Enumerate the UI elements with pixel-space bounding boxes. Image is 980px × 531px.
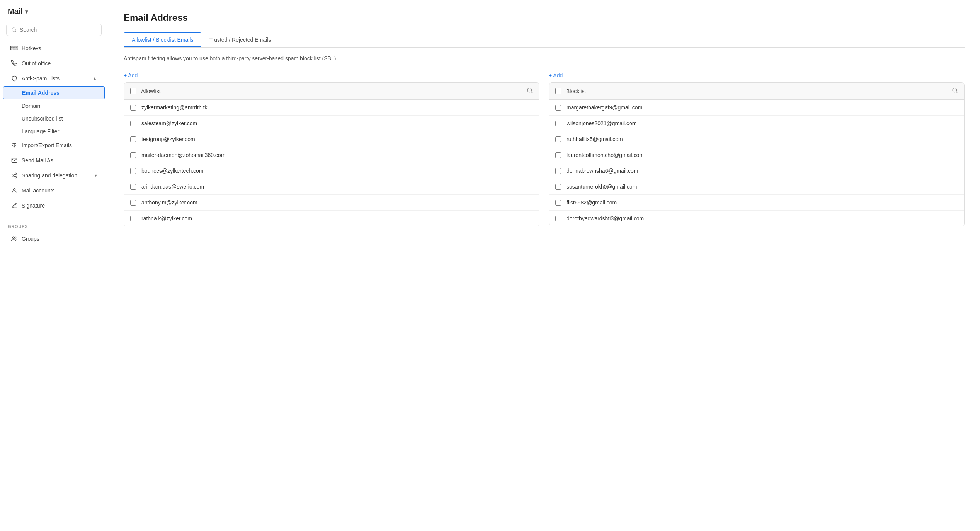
tab-trusted-rejected[interactable]: Trusted / Rejected Emails <box>201 32 279 47</box>
blocklist-item-checkbox-1[interactable] <box>555 121 561 126</box>
blocklist-item-checkbox-3[interactable] <box>555 152 561 158</box>
sidebar-item-language-filter[interactable]: Language Filter <box>3 125 105 138</box>
sidebar-item-signature[interactable]: Signature <box>3 198 105 213</box>
sidebar-item-sharing[interactable]: Sharing and delegation ▾ <box>3 168 105 183</box>
blocklist-item-email-0: margaretbakergaf9@gmail.com <box>567 104 642 111</box>
sub-item-label: Language Filter <box>22 128 59 134</box>
allowlist-item-email-3: mailer-daemon@zohomail360.com <box>141 152 225 158</box>
svg-line-14 <box>956 92 957 93</box>
blocklist-item-checkbox-7[interactable] <box>555 216 561 221</box>
svg-line-1 <box>15 31 16 32</box>
svg-point-9 <box>13 189 15 191</box>
sidebar-item-domain[interactable]: Domain <box>3 100 105 112</box>
list-item: mailer-daemon@zohomail360.com <box>124 147 539 163</box>
sidebar-item-send-mail-as[interactable]: Send Mail As <box>3 153 105 168</box>
groups-label: GROUPS <box>0 223 108 231</box>
svg-point-4 <box>15 173 17 174</box>
allowlist-item-email-5: arindam.das@swerio.com <box>141 184 204 190</box>
out-of-office-icon <box>11 60 18 67</box>
allowlist-select-all-checkbox[interactable] <box>130 88 136 94</box>
search-box[interactable] <box>6 24 102 36</box>
blocklist-item-email-3: laurentcoffimontcho@gmail.com <box>567 152 644 158</box>
sub-item-label: Unsubscribed list <box>22 116 63 122</box>
list-item: testgroup@zylker.com <box>124 131 539 147</box>
sidebar-nav: ⌨ Hotkeys Out of office Anti-Spam Lists … <box>0 41 108 523</box>
sidebar-item-label: Anti-Spam Lists <box>22 75 88 82</box>
sidebar-item-unsubscribed[interactable]: Unsubscribed list <box>3 112 105 125</box>
sidebar-item-label: Mail accounts <box>22 187 97 194</box>
sidebar: Mail ▾ ⌨ Hotkeys Out of office Anti-Spam… <box>0 0 108 531</box>
allowlist-item-email-2: testgroup@zylker.com <box>141 136 195 142</box>
list-item: anthony.m@zylker.com <box>124 195 539 211</box>
chevron-down-icon: ▾ <box>95 173 97 178</box>
sidebar-header: Mail ▾ <box>0 0 108 20</box>
blocklist-item-email-4: donnabrownsha6@gmail.com <box>567 168 638 174</box>
blocklist-item-checkbox-0[interactable] <box>555 105 561 111</box>
blocklist-section: + Add Blocklist margaretbakergaf9@gmail.… <box>549 72 965 226</box>
allowlist-item-checkbox-1[interactable] <box>130 121 136 126</box>
sidebar-item-import-export[interactable]: Import/Export Emails <box>3 138 105 153</box>
app-title-chevron: ▾ <box>25 9 28 15</box>
allowlist-item-email-6: anthony.m@zylker.com <box>141 199 197 206</box>
sidebar-item-label: Import/Export Emails <box>22 142 97 148</box>
chevron-up-icon: ▲ <box>92 76 97 81</box>
allowlist-header: Allowlist <box>124 83 539 100</box>
allowlist-add-button[interactable]: + Add <box>124 72 138 78</box>
allowlist-item-checkbox-3[interactable] <box>130 152 136 158</box>
app-title[interactable]: Mail ▾ <box>8 7 100 16</box>
allowlist-item-checkbox-7[interactable] <box>130 216 136 221</box>
send-mail-icon <box>11 157 18 164</box>
blocklist-item-checkbox-4[interactable] <box>555 168 561 174</box>
sidebar-item-label: Signature <box>22 203 97 209</box>
blocklist-select-all-checkbox[interactable] <box>555 88 561 94</box>
blocklist-item-checkbox-6[interactable] <box>555 200 561 206</box>
import-export-icon <box>11 142 18 149</box>
list-item: arindam.das@swerio.com <box>124 179 539 195</box>
sharing-icon <box>11 172 18 179</box>
search-input[interactable] <box>20 27 97 33</box>
allowlist-item-checkbox-6[interactable] <box>130 200 136 206</box>
allowlist-title: Allowlist <box>141 88 527 94</box>
allowlist-item-checkbox-5[interactable] <box>130 184 136 190</box>
allowlist-item-checkbox-2[interactable] <box>130 136 136 142</box>
sidebar-item-anti-spam[interactable]: Anti-Spam Lists ▲ <box>3 71 105 86</box>
blocklist-box: Blocklist margaretbakergaf9@gmail.com wi… <box>549 82 965 226</box>
blocklist-item-checkbox-2[interactable] <box>555 136 561 142</box>
sidebar-item-mail-accounts[interactable]: Mail accounts <box>3 183 105 198</box>
tab-allowlist-blocklist[interactable]: Allowlist / Blocklist Emails <box>124 32 201 47</box>
allowlist-item-email-4: bounces@zylkertech.com <box>141 168 204 174</box>
allowlist-item-email-1: salesteam@zylker.com <box>141 120 197 126</box>
lists-container: + Add Allowlist zylkermarketing@amrrith.… <box>124 72 965 226</box>
main-content: Email Address Allowlist / Blocklist Emai… <box>108 0 980 531</box>
list-item: flist6982@gmail.com <box>549 195 964 211</box>
sidebar-item-email-address[interactable]: Email Address <box>3 86 105 99</box>
sub-item-label: Domain <box>22 103 40 109</box>
list-item: wilsonjones2021@gmail.com <box>549 116 964 131</box>
blocklist-add-button[interactable]: + Add <box>549 72 563 78</box>
sidebar-divider <box>6 218 102 218</box>
sidebar-item-hotkeys[interactable]: ⌨ Hotkeys <box>3 41 105 56</box>
blocklist-header: Blocklist <box>549 83 964 100</box>
allowlist-item-checkbox-0[interactable] <box>130 105 136 111</box>
list-item: laurentcoffimontcho@gmail.com <box>549 147 964 163</box>
allowlist-items: zylkermarketing@amrrith.tk salesteam@zyl… <box>124 100 539 226</box>
svg-line-12 <box>531 92 532 93</box>
sidebar-item-groups[interactable]: Groups <box>3 231 105 246</box>
allowlist-item-checkbox-4[interactable] <box>130 168 136 174</box>
svg-point-10 <box>12 237 14 238</box>
allowlist-box: Allowlist zylkermarketing@amrrith.tk sal… <box>124 82 539 226</box>
list-item: margaretbakergaf9@gmail.com <box>549 100 964 116</box>
blocklist-item-email-6: flist6982@gmail.com <box>567 199 617 206</box>
allowlist-item-email-0: zylkermarketing@amrrith.tk <box>141 104 208 111</box>
sidebar-item-out-of-office[interactable]: Out of office <box>3 56 105 71</box>
sidebar-item-label: Hotkeys <box>22 45 97 51</box>
list-item: dorothyedwardshti3@gmail.com <box>549 211 964 226</box>
blocklist-item-checkbox-5[interactable] <box>555 184 561 190</box>
signature-icon <box>11 202 18 209</box>
allowlist-search-icon[interactable] <box>527 87 533 95</box>
blocklist-item-email-7: dorothyedwardshti3@gmail.com <box>567 215 644 221</box>
svg-line-7 <box>14 176 15 177</box>
blocklist-search-icon[interactable] <box>952 87 958 95</box>
list-item: susanturnerokh0@gmail.com <box>549 179 964 195</box>
list-item: rathna.k@zylker.com <box>124 211 539 226</box>
